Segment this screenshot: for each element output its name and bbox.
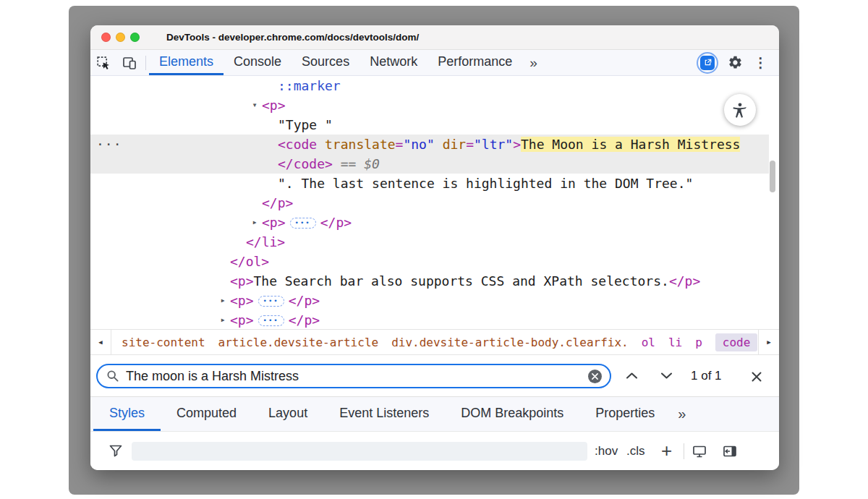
dom-tree-row[interactable]: ▸<p>•••</p> bbox=[90, 291, 769, 310]
dom-tree-row[interactable]: ▾<p> bbox=[90, 95, 769, 115]
breadcrumb-item-div-devsite-article-body-clearfix-[interactable]: div.devsite-article-body.clearfix. bbox=[391, 336, 629, 349]
code-segment: </p> bbox=[669, 273, 700, 289]
settings-button[interactable] bbox=[728, 55, 743, 70]
code-segment: </p> bbox=[289, 312, 320, 328]
expand-arrow-icon[interactable]: ▸ bbox=[249, 213, 260, 232]
code-segment: </p> bbox=[262, 195, 293, 210]
sidebar-tab-layout[interactable]: Layout bbox=[252, 397, 323, 431]
search-bar: 1 of 1 bbox=[90, 355, 779, 397]
toolbar-divider bbox=[145, 56, 146, 70]
sidebar-tab-event-listeners[interactable]: Event Listeners bbox=[323, 397, 445, 431]
inline-expand-icon[interactable]: ••• bbox=[258, 296, 284, 307]
code-segment: = bbox=[466, 137, 474, 152]
code-segment: = bbox=[396, 137, 404, 152]
code-segment: ::marker bbox=[278, 78, 341, 93]
breadcrumb: ◀ site-contentarticle.devsite-articlediv… bbox=[90, 329, 779, 355]
code-segment: <p> bbox=[262, 215, 286, 230]
code-segment: The Search bar also supports CSS and XPa… bbox=[254, 273, 669, 289]
close-icon bbox=[751, 371, 762, 383]
inline-expand-icon[interactable]: ••• bbox=[290, 218, 316, 229]
dom-tree-row[interactable]: ::marker bbox=[90, 76, 769, 95]
search-results-count: 1 of 1 bbox=[691, 355, 722, 397]
vertical-scrollbar[interactable] bbox=[770, 161, 775, 192]
sidebar-tab-dom-breakpoints[interactable]: DOM Breakpoints bbox=[445, 397, 579, 431]
code-segment: "ltr" bbox=[474, 137, 513, 152]
filter-funnel-icon bbox=[109, 445, 122, 457]
zoom-window-button[interactable] bbox=[130, 33, 140, 42]
dom-tree-row[interactable]: "Type " bbox=[90, 115, 769, 135]
device-toolbar-button[interactable] bbox=[116, 50, 142, 75]
tab-elements[interactable]: Elements bbox=[149, 50, 224, 75]
code-segment: <p> bbox=[230, 273, 254, 289]
search-input[interactable] bbox=[119, 369, 588, 384]
row-overflow-icon[interactable]: ··· bbox=[96, 135, 122, 154]
dom-tree-row[interactable]: ···<code translate="no" dir="ltr">The Mo… bbox=[90, 135, 769, 154]
close-search-button[interactable] bbox=[747, 367, 766, 386]
dom-tree: ::marker▾<p>"Type "···<code translate="n… bbox=[90, 76, 769, 329]
element-classes-button[interactable]: .cls bbox=[626, 432, 645, 470]
tab-sources[interactable]: Sources bbox=[292, 50, 359, 75]
search-input-wrap bbox=[96, 364, 611, 388]
breadcrumb-item-p[interactable]: p bbox=[695, 336, 702, 349]
dom-tree-row[interactable]: </ol> bbox=[90, 252, 769, 271]
new-style-rule-button[interactable]: + bbox=[661, 432, 672, 470]
tab-console[interactable]: Console bbox=[224, 50, 292, 75]
rendering-monitor-button[interactable] bbox=[692, 432, 707, 470]
sidebar-tab-styles[interactable]: Styles bbox=[93, 397, 161, 431]
more-panels-button[interactable]: » bbox=[522, 50, 545, 75]
toggle-element-state-button[interactable]: :hov bbox=[595, 432, 618, 470]
minimize-window-button[interactable] bbox=[116, 33, 125, 42]
previous-result-button[interactable] bbox=[623, 372, 640, 380]
collapse-arrow-icon[interactable]: ▾ bbox=[249, 95, 260, 115]
toolbar-right-cluster: ⋮ bbox=[697, 50, 779, 75]
gear-icon bbox=[728, 55, 743, 70]
styles-toolbar: :hov .cls + bbox=[90, 431, 779, 470]
breadcrumb-item-li[interactable]: li bbox=[668, 336, 682, 349]
more-sidebar-tabs-button[interactable]: » bbox=[671, 397, 693, 431]
window-title: DevTools - developer.chrome.com/docs/dev… bbox=[166, 32, 419, 43]
breadcrumb-item-article-devsite-article[interactable]: article.devsite-article bbox=[218, 336, 379, 349]
code-segment: </li> bbox=[246, 234, 285, 250]
breadcrumb-item-ol[interactable]: ol bbox=[642, 336, 655, 349]
next-result-button[interactable] bbox=[658, 372, 675, 380]
tab-network[interactable]: Network bbox=[359, 50, 427, 75]
devtools-toolbar: ElementsConsoleSourcesNetworkPerformance… bbox=[90, 50, 779, 76]
breadcrumb-forward-button[interactable]: ▶ bbox=[758, 330, 779, 354]
clear-search-icon[interactable] bbox=[588, 370, 602, 383]
code-segment: </ol> bbox=[230, 254, 269, 269]
overflow-menu-button[interactable]: ⋮ bbox=[752, 54, 769, 71]
dom-tree-row[interactable]: ▸<p>•••</p> bbox=[90, 310, 769, 329]
breadcrumb-item-code[interactable]: code bbox=[715, 333, 758, 351]
toggle-sidebar-button[interactable] bbox=[723, 432, 737, 470]
code-segment: > bbox=[513, 137, 521, 152]
inline-expand-icon[interactable]: ••• bbox=[258, 315, 284, 326]
window-titlebar: DevTools - developer.chrome.com/docs/dev… bbox=[90, 25, 779, 50]
breadcrumb-item-site-content[interactable]: site-content bbox=[122, 336, 205, 349]
tab-performance[interactable]: Performance bbox=[427, 50, 522, 75]
expand-arrow-icon[interactable]: ▸ bbox=[217, 310, 229, 329]
styles-filter-input[interactable] bbox=[132, 442, 587, 461]
devtools-window: DevTools - developer.chrome.com/docs/dev… bbox=[90, 25, 779, 470]
breadcrumb-back-button[interactable]: ◀ bbox=[90, 330, 111, 354]
dom-tree-row[interactable]: </code> == $0 bbox=[90, 154, 769, 174]
code-segment: dir bbox=[443, 137, 467, 152]
dom-tree-row[interactable]: </li> bbox=[90, 232, 769, 252]
code-segment bbox=[435, 137, 443, 152]
sidebar-tab-properties[interactable]: Properties bbox=[579, 397, 671, 431]
code-segment: The Moon is a Harsh Mistress bbox=[521, 137, 740, 152]
close-window-button[interactable] bbox=[101, 33, 111, 42]
accessibility-fab[interactable] bbox=[724, 94, 756, 126]
panel-tabs: ElementsConsoleSourcesNetworkPerformance bbox=[149, 50, 522, 75]
dom-tree-row[interactable]: ". The last sentence is highlighted in t… bbox=[90, 174, 769, 193]
sidebar-tab-computed[interactable]: Computed bbox=[161, 397, 252, 431]
code-segment: <p> bbox=[262, 98, 286, 113]
device-toolbar-icon bbox=[122, 56, 137, 70]
dom-tree-row[interactable]: ▸<p>•••</p> bbox=[90, 213, 769, 232]
open-in-new-button[interactable] bbox=[697, 52, 718, 74]
code-segment: <code bbox=[278, 137, 325, 152]
breadcrumb-items: site-contentarticle.devsite-articlediv.d… bbox=[111, 330, 758, 354]
expand-arrow-icon[interactable]: ▸ bbox=[217, 291, 229, 310]
dom-tree-row[interactable]: <p>The Search bar also supports CSS and … bbox=[90, 271, 769, 291]
dom-tree-row[interactable]: </p> bbox=[90, 193, 769, 213]
inspect-element-button[interactable] bbox=[90, 50, 116, 75]
